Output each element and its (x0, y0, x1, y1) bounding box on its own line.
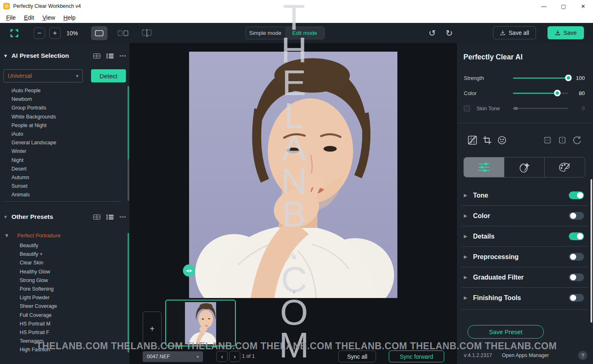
list-item[interactable]: Light Powder (0, 293, 121, 302)
grid-view-icon[interactable] (93, 214, 100, 220)
list-item[interactable]: HS Portrait M (0, 320, 121, 328)
list-item[interactable]: Strong Glow (0, 276, 121, 285)
section-tone[interactable]: ▶Tone (457, 185, 593, 205)
scrollbar-thumb[interactable] (128, 233, 129, 353)
sync-all-button[interactable]: Sync all (338, 350, 376, 362)
menu-item-help[interactable]: Help (59, 14, 80, 21)
toggle-finishing-tools[interactable] (569, 294, 584, 302)
tab-adjustments[interactable] (464, 157, 504, 177)
skin-tone-checkbox[interactable] (464, 105, 470, 111)
more-icon[interactable]: ••• (119, 214, 126, 220)
slider-track[interactable] (513, 77, 568, 79)
menu-item-file[interactable]: File (2, 14, 20, 21)
list-item[interactable]: Animals (0, 191, 121, 199)
open-apps-manager-link[interactable]: Open Apps Manager (502, 353, 578, 358)
collapse-icon[interactable]: ▼ (3, 214, 8, 219)
split-view-button[interactable] (115, 26, 131, 40)
filename-dropdown[interactable]: 0047.NEF ▾ (143, 351, 203, 362)
list-item[interactable]: Autumn (0, 173, 121, 182)
grid-view-icon[interactable] (93, 53, 100, 59)
minimize-button[interactable]: — (534, 0, 554, 12)
list-item[interactable]: Teenagers (0, 337, 121, 346)
filmstrip-thumbnail[interactable] (165, 300, 236, 346)
redo-icon[interactable]: ↻ (446, 28, 453, 38)
toggle-graduated-filter[interactable] (569, 273, 584, 281)
list-item[interactable]: iAuto People (0, 86, 121, 95)
flip-horizontal-icon[interactable] (557, 134, 568, 146)
slider-thumb[interactable] (565, 75, 572, 81)
slider-thumb[interactable] (554, 90, 561, 96)
save-all-button[interactable]: Save all (493, 26, 536, 39)
toggle-preprocessing[interactable] (569, 253, 584, 261)
list-item[interactable]: Night (0, 156, 121, 165)
section-graduated-filter[interactable]: ▶Graduated Filter (457, 267, 593, 287)
section-color[interactable]: ▶Color (457, 206, 593, 226)
menu-item-view[interactable]: View (38, 14, 59, 21)
zoom-out-button[interactable]: − (34, 27, 45, 39)
preset-group-perfect-portraiture[interactable]: ▼ Perfect Portraiture (4, 232, 60, 239)
scrollbar-thumb[interactable] (128, 86, 129, 160)
detect-button[interactable]: Detect (91, 69, 126, 82)
compare-slider-handle[interactable]: ◀ ▶ (183, 264, 195, 277)
face-icon[interactable] (496, 134, 508, 146)
scrollbar-thumb[interactable] (591, 179, 592, 323)
list-item[interactable]: iAuto (0, 130, 121, 139)
section-details[interactable]: ▶Details (457, 226, 593, 246)
edit-mode-button[interactable]: Edit mode (285, 27, 324, 39)
next-image-button[interactable]: › (229, 351, 240, 362)
sync-forward-button[interactable]: Sync forward (389, 350, 444, 362)
close-button[interactable]: ✕ (573, 0, 593, 12)
menu-item-edit[interactable]: Edit (20, 14, 38, 21)
list-item[interactable]: Group Portraits (0, 104, 121, 112)
tab-color-grading[interactable] (545, 157, 585, 177)
slider-track[interactable] (513, 93, 568, 94)
list-item[interactable]: Newborn (0, 95, 121, 104)
toggle-details[interactable] (569, 232, 584, 240)
list-item[interactable]: People at Night (0, 121, 121, 130)
scrollbar-track[interactable] (128, 160, 129, 201)
photo-viewport[interactable] (189, 52, 397, 298)
save-button[interactable]: Save (547, 26, 584, 39)
compare-view-button[interactable] (139, 26, 155, 40)
add-image-button[interactable]: + (143, 312, 162, 346)
list-item[interactable]: Desert (0, 165, 121, 173)
save-preset-button[interactable]: Save Preset (468, 325, 544, 339)
section-finishing-tools[interactable]: ▶Finishing Tools (457, 288, 593, 308)
list-item[interactable]: HS Portrait F (0, 328, 121, 337)
list-item[interactable]: Healthy Glow (0, 268, 121, 276)
rotate-icon[interactable] (571, 134, 583, 146)
section-preprocessing[interactable]: ▶Preprocessing (457, 247, 593, 267)
undo-icon[interactable]: ↺ (429, 28, 436, 38)
slider-track[interactable] (513, 108, 568, 109)
list-view-icon[interactable] (106, 53, 114, 59)
help-button[interactable]: ? (578, 351, 587, 360)
flip-vertical-icon[interactable] (542, 134, 553, 146)
maximize-button[interactable]: ▢ (554, 0, 573, 12)
list-item[interactable]: White Backgrounds (0, 113, 121, 121)
crop-icon[interactable] (481, 134, 493, 146)
list-item[interactable]: High Fashion (0, 346, 121, 354)
list-item[interactable]: Beautify + (0, 250, 121, 259)
ai-preset-dropdown[interactable]: Universal ▾ (3, 69, 83, 82)
list-item[interactable]: Beautify (0, 241, 121, 250)
list-item[interactable]: General Landscape (0, 139, 121, 147)
tone-curve-icon[interactable] (467, 134, 478, 146)
tab-retouch[interactable] (504, 157, 545, 177)
list-view-icon[interactable] (106, 214, 114, 220)
list-item[interactable]: Full Coverage (0, 311, 121, 320)
list-item[interactable]: Winter (0, 147, 121, 156)
prev-image-button[interactable]: ‹ (217, 351, 228, 362)
more-icon[interactable]: ••• (119, 53, 126, 59)
toggle-tone[interactable] (569, 191, 584, 199)
list-item[interactable]: Sunset (0, 182, 121, 191)
collapse-filmstrip-icon[interactable]: ▾ (288, 288, 300, 296)
toggle-color[interactable] (569, 212, 584, 220)
simple-mode-button[interactable]: Simple mode (246, 27, 285, 39)
slider-thumb[interactable] (513, 107, 518, 110)
list-item[interactable]: Pore Softening (0, 285, 121, 293)
list-item[interactable]: Sheer Coverage (0, 302, 121, 311)
single-view-button[interactable] (91, 26, 107, 40)
collapse-icon[interactable]: ▼ (3, 53, 8, 58)
list-item[interactable]: Clear Skin (0, 259, 121, 267)
zoom-in-button[interactable]: + (49, 27, 61, 39)
